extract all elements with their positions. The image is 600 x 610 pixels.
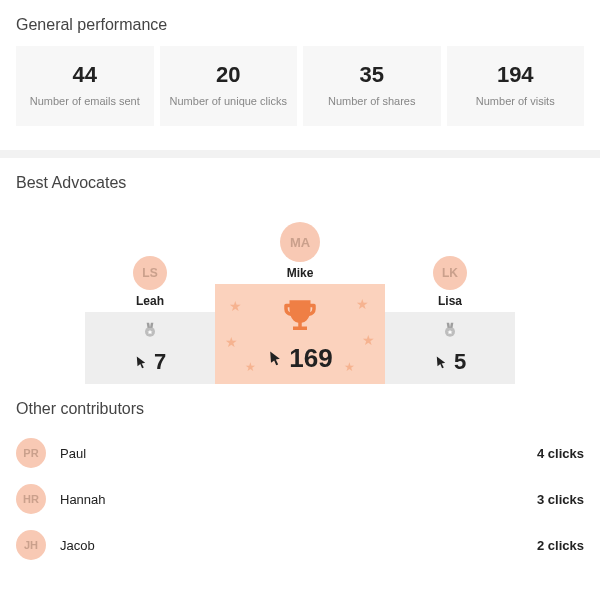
clicks-value: 169 (289, 343, 332, 374)
star-icon: ★ (356, 296, 369, 312)
podium-base: 7 (85, 312, 215, 384)
advocates-podium: LS Leah 7 MA Mike ★ ★ ★ (16, 204, 584, 384)
contributor-clicks: 3 clicks (537, 492, 584, 507)
best-advocates-section: Best Advocates LS Leah 7 MA Mike (0, 174, 600, 384)
general-cards: 44 Number of emails sent 20 Number of un… (16, 46, 584, 126)
podium-first: MA Mike ★ ★ ★ ★ ★ ★ 169 (215, 284, 385, 384)
cursor-icon (267, 350, 283, 366)
stat-label: Number of emails sent (22, 94, 148, 108)
stat-value: 20 (166, 62, 292, 88)
stat-label: Number of shares (309, 94, 435, 108)
advocate-name: Leah (136, 294, 164, 308)
cursor-icon (434, 355, 448, 369)
podium-third: LK Lisa 5 (385, 312, 515, 384)
clicks-count: 7 (134, 349, 166, 375)
svg-marker-6 (450, 323, 453, 328)
star-icon: ★ (362, 332, 375, 348)
other-contributors-title: Other contributors (16, 400, 584, 418)
contributor-name: Paul (60, 446, 86, 461)
star-icon: ★ (229, 298, 242, 314)
list-item: HR Hannah 3 clicks (16, 476, 584, 522)
medal-silver-icon (140, 321, 160, 345)
contributor-clicks: 4 clicks (537, 446, 584, 461)
avatar: LK (433, 256, 467, 290)
medal-bronze-icon (440, 321, 460, 345)
stat-value: 35 (309, 62, 435, 88)
general-performance-section: General performance 44 Number of emails … (0, 16, 600, 126)
trophy-icon (279, 295, 321, 341)
avatar: MA (280, 222, 320, 262)
avatar: HR (16, 484, 46, 514)
podium-base: ★ ★ ★ ★ ★ ★ 169 (215, 284, 385, 384)
avatar: JH (16, 530, 46, 560)
star-icon: ★ (344, 360, 355, 374)
stat-label: Number of unique clicks (166, 94, 292, 108)
stat-label: Number of visits (453, 94, 579, 108)
star-icon: ★ (245, 360, 256, 374)
list-item: PR Paul 4 clicks (16, 430, 584, 476)
advocate-name: Mike (287, 266, 314, 280)
podium-header: LS Leah (85, 256, 215, 308)
cursor-icon (134, 355, 148, 369)
avatar: LS (133, 256, 167, 290)
advocate-name: Lisa (438, 294, 462, 308)
clicks-count: 169 (267, 343, 332, 374)
general-performance-title: General performance (16, 16, 584, 34)
podium-base: 5 (385, 312, 515, 384)
stat-card-emails: 44 Number of emails sent (16, 46, 154, 126)
avatar: PR (16, 438, 46, 468)
clicks-value: 5 (454, 349, 466, 375)
contributor-name: Jacob (60, 538, 95, 553)
stat-value: 194 (453, 62, 579, 88)
clicks-value: 7 (154, 349, 166, 375)
section-divider (0, 150, 600, 158)
contributor-clicks: 2 clicks (537, 538, 584, 553)
podium-header: MA Mike (215, 222, 385, 280)
stat-card-shares: 35 Number of shares (303, 46, 441, 126)
svg-marker-5 (447, 323, 450, 328)
stat-card-unique-clicks: 20 Number of unique clicks (160, 46, 298, 126)
best-advocates-title: Best Advocates (16, 174, 584, 192)
podium-header: LK Lisa (385, 256, 515, 308)
clicks-count: 5 (434, 349, 466, 375)
stat-value: 44 (22, 62, 148, 88)
contributor-name: Hannah (60, 492, 106, 507)
stat-card-visits: 194 Number of visits (447, 46, 585, 126)
list-item: JH Jacob 2 clicks (16, 522, 584, 568)
other-contributors-section: Other contributors PR Paul 4 clicks HR H… (0, 400, 600, 568)
star-icon: ★ (225, 334, 238, 350)
podium-second: LS Leah 7 (85, 312, 215, 384)
svg-marker-2 (150, 323, 153, 328)
svg-marker-1 (147, 323, 150, 328)
